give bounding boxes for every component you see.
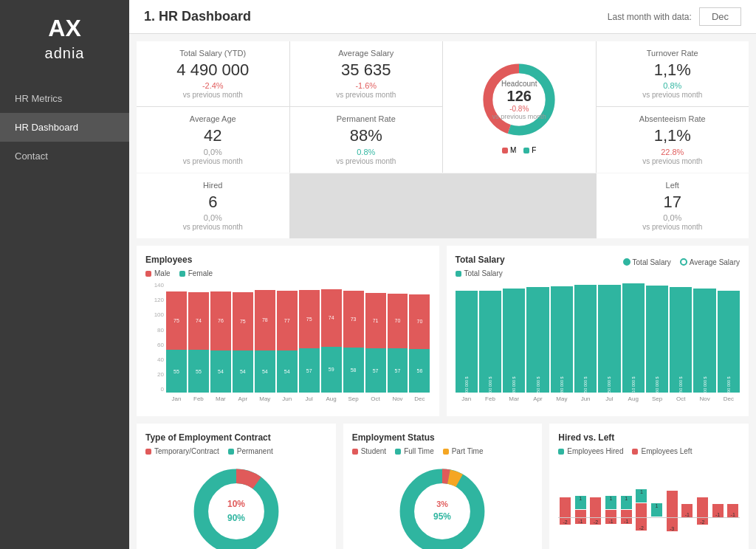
hired-bar: 1 [651,503,662,517]
employment-status-chart: Employment Status Student Full Time Part… [343,424,543,549]
legend-temp: Temporary/Contract [145,447,219,455]
emp-month-label: Nov [388,396,408,407]
radio-avg-salary-circle [680,258,687,266]
radio-avg-salary[interactable]: Average Salary [680,258,740,266]
salary-bar: 4 750 000 $ [574,285,597,393]
kpi-headcount: Headcount 126 -0.8% vs previous month M … [443,41,596,173]
emp-month-label: Mar [210,396,231,407]
hc-legend-male: M [502,146,516,154]
sal-bar-group: 4 750 000 $ [574,282,597,393]
salary-chart-area: 4 500 000 $4 500 000 $4 580 000 $4 650 0… [456,282,740,407]
radio-total-salary[interactable]: Total Salary [623,258,671,266]
employment-contract-chart: Type of Employment Contract Temporary/Co… [137,424,336,549]
hc-change: -0.8% [492,105,546,113]
kpi-avg-age-subtext: vs previous month [147,157,279,165]
hc-subtext: vs previous month [492,113,546,120]
sal-month-label: Oct [670,396,692,407]
kpi-total-salary-change: -2.4% [147,81,279,90]
kpi-hired-subtext: vs previous month [147,223,279,231]
salary-bar: 4 500 000 $ [456,291,478,393]
contract-legend: Temporary/Contract Permanent [145,447,327,455]
svg-text:95%: 95% [434,511,452,522]
emp-bar-group: 7654 [210,282,231,393]
sidebar: AX adnia HR Metrics HR Dashboard Contact [0,0,129,549]
svg-text:90%: 90% [227,513,245,523]
status-donut-container: 3% 95% [352,460,534,549]
kpi-permanent-rate-subtext: vs previous month [300,157,433,165]
last-month-label: Last month with data: [608,12,692,22]
kpi-total-salary-value: 4 490 000 [147,61,279,80]
salary-chart-header: Total Salary Total Salary Average Salary [456,255,740,269]
logo-text: adnia [45,45,85,62]
left-bar: -1 [727,504,738,517]
kpi-absenteeism-label: Absenteeism Rate [607,114,739,123]
status-legend: Student Full Time Part Time [352,447,534,455]
legend-fulltime: Full Time [395,447,434,455]
kpi-permanent-rate-change: 0.8% [300,148,433,156]
female-dot [523,148,529,153]
hvl-title: Hired vs. Left [558,432,740,443]
month-selector[interactable]: Dec [699,7,741,26]
kpi-avg-salary-label: Average Salary [300,49,433,58]
male-bar: 71 [365,293,386,348]
hvl-bar-group: 1 [650,460,664,549]
sal-bar-group: 4 810 000 $ [622,282,645,393]
svg-text:3%: 3% [437,500,449,508]
kpi-avg-age-value: 42 [147,126,279,145]
hc-legend: M F [502,146,536,154]
employees-chart-title: Employees [145,255,430,265]
headcount-donut: Headcount 126 -0.8% vs previous month [478,59,560,140]
left-bar: -2 [590,497,601,525]
legend-employees-left: Employees Left [632,447,692,455]
hvl-bar-group: -2 [558,460,572,549]
female-bar: 57 [388,348,408,393]
radio-total-salary-circle [623,258,630,266]
emp-bar-group: 7557 [299,282,320,393]
page-title: 1. HR Dashboard [144,9,251,24]
kpi-hired-change: 0,0% [147,213,279,222]
emp-months: JanFebMarAprMayJunJulAugSepOctNovDec [166,396,430,407]
sidebar-item-hr-metrics[interactable]: HR Metrics [0,84,129,113]
emp-bar-group: 7554 [233,282,253,393]
female-legend-dot [179,271,185,277]
salary-bar: 4 500 000 $ [479,291,501,393]
kpi-total-salary-subtext: vs previous month [147,91,279,99]
female-bar: 57 [299,348,320,393]
left-bar: -1 [712,504,724,517]
female-bar: 57 [365,348,386,393]
left-bar: -2 [560,497,571,525]
total-salary-legend-label: Total Salary [464,269,503,277]
male-label: M [510,146,516,154]
main-content: 1. HR Dashboard Last month with data: De… [129,0,756,549]
kpi-avg-salary-value: 35 635 [300,61,433,80]
salary-bar: 4 580 000 $ [503,289,525,393]
salary-bar: 4 600 000 $ [693,289,715,393]
kpi-turnover-change: 0.8% [607,81,739,90]
hvl-bar-group: -2 [589,460,603,549]
female-legend-label: Female [188,269,213,277]
emp-bar-group: 7056 [409,282,430,393]
sidebar-item-contact[interactable]: Contact [0,142,129,170]
sal-bar-group: 4 500 000 $ [456,282,478,393]
sal-month-label: Sep [646,396,668,407]
female-bar: 54 [233,351,253,393]
hired-bar: 1 [575,496,586,509]
hvl-chart-area: -21-1-21-11-11-21-3-1-2-1-1 JanFebMarApr… [558,460,740,549]
female-bar: 56 [409,349,430,393]
hvl-bar-group: 1-1 [604,460,618,549]
kpi-avg-age-change: 0,0% [147,148,279,156]
page-header: 1. HR Dashboard Last month with data: De… [129,0,756,34]
sal-month-label: Apr [526,396,549,407]
kpi-avg-salary-change: -1.6% [300,81,433,90]
contract-title: Type of Employment Contract [145,432,327,443]
logo-area: AX adnia [0,0,129,77]
emp-month-label: Sep [343,396,364,407]
salary-bar: 4 650 000 $ [670,287,692,393]
legend-parttime: Part Time [443,447,484,455]
radio-total-salary-label: Total Salary [633,258,671,266]
sal-month-label: Jun [574,396,597,407]
male-bar: 75 [166,291,187,350]
sal-bars: 4 500 000 $4 500 000 $4 580 000 $4 650 0… [456,282,740,393]
hired-legend-label: Employees Hired [567,447,623,455]
sidebar-item-hr-dashboard[interactable]: HR Dashboard [0,113,129,142]
